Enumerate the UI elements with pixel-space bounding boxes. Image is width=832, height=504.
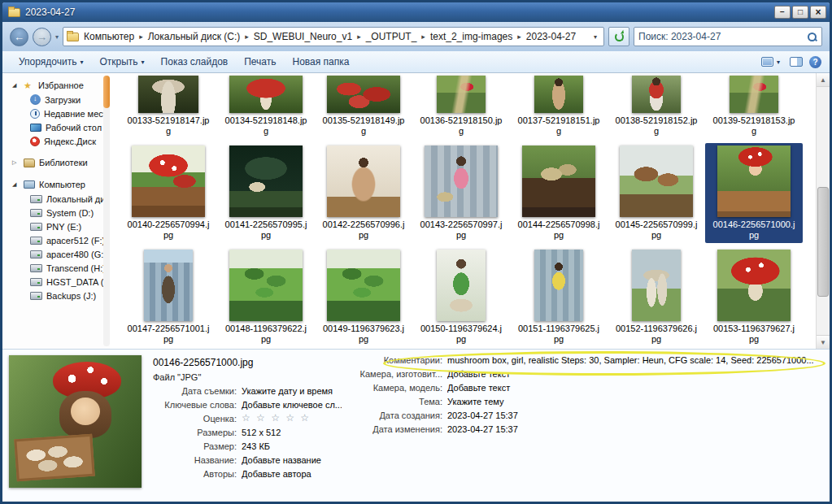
preview-mushroom-box [14,434,94,482]
sidebar-section-libraries[interactable]: Библиотеки [2,155,110,170]
file-thumbnail [229,76,303,113]
help-button[interactable] [809,56,821,68]
sidebar-item-local-disk-c[interactable]: Локальный ди [2,192,110,206]
sidebar-item-downloads[interactable]: Загрузки [2,93,110,106]
breadcrumb-item[interactable]: 2023-04-27 [521,31,581,42]
detail-value[interactable]: Укажите дату и время [242,386,342,396]
sidebar-section-favorites[interactable]: Избранное [2,78,110,93]
sidebar-item-apacer512-f[interactable]: apacer512 (F:) [2,233,110,247]
search-icon[interactable] [807,32,817,42]
file-item[interactable]: 00147-2256571001.jpg [120,247,217,347]
file-item[interactable]: 00141-2256570995.jpg [217,143,315,243]
sidebar-item-desktop[interactable]: Рабочий стол [2,120,110,134]
detail-value[interactable]: Добавьте автора [242,469,342,479]
file-name: 00153-1196379627.jpg [711,324,797,345]
file-item[interactable]: 00149-1196379623.jpg [315,247,412,347]
sidebar-scrollbar-thumb[interactable] [103,76,110,108]
file-item-selected[interactable]: 00146-2256571000.jpg [705,143,803,243]
file-item[interactable]: 00151-1196379625.jpg [510,247,608,347]
file-item[interactable]: 00135-521918149.jpg [315,73,412,139]
sidebar-item-recent-places[interactable]: Недавние мест [2,106,110,120]
new-folder-button[interactable]: Новая папка [285,52,358,72]
detail-value[interactable]: Добавьте название [242,455,342,465]
open-button[interactable]: Открыть [91,52,152,72]
file-item[interactable]: 00150-1196379624.jpg [412,247,510,347]
close-button[interactable] [810,6,826,19]
sidebar-item-transcend-h[interactable]: Transcend (H:) [2,261,110,275]
file-thumbnail [327,146,400,217]
maximize-button[interactable] [792,6,808,19]
breadcrumb-item[interactable]: Локальный диск (C:) [143,31,246,42]
breadcrumb-item[interactable]: SD_WEBUI_Neuro_v1 [249,31,357,42]
sidebar-item-system-d[interactable]: System (D:) [2,206,110,219]
sidebar-item-backups-j[interactable]: Backups (J:) [2,289,110,302]
scrollbar-thumb[interactable] [817,187,829,297]
libraries-icon [24,159,35,167]
clock-icon [30,109,40,119]
file-item[interactable]: 00140-2256570994.jpg [120,143,217,243]
expander-icon[interactable] [12,181,20,188]
file-item[interactable]: 00137-521918151.jpg [510,73,608,139]
forward-button[interactable]: → [33,28,51,46]
expander-icon[interactable] [12,82,20,89]
detail-label: Авторы: [153,469,237,479]
file-item[interactable]: 00133-521918147.jpg [120,73,217,139]
drive-icon [30,264,42,272]
vertical-scrollbar[interactable] [816,73,830,349]
refresh-button[interactable] [608,27,629,46]
file-thumbnail [229,146,303,217]
file-item[interactable]: 00134-521918148.jpg [217,73,315,139]
sidebar-label: Рабочий стол [46,123,102,133]
file-item[interactable]: 00148-1196379622.jpg [217,247,315,347]
drive-icon [30,195,42,203]
detail-label: Ключевые слова: [153,400,237,410]
sidebar-section-computer[interactable]: Компьютер [2,177,110,192]
breadcrumb-item[interactable]: _OUTPUT_ [361,31,422,42]
expander-icon[interactable] [12,159,20,166]
print-button[interactable]: Печать [236,52,284,72]
sidebar-scrollbar[interactable] [103,76,110,346]
drive-icon [30,223,42,231]
downloads-icon [30,94,41,105]
sidebar-item-yandex-disk[interactable]: Яндекс.Диск [2,134,110,148]
breadcrumb[interactable]: Компьютер Локальный диск (C:) SD_WEBUI_N… [63,27,604,46]
detail-value[interactable]: Добавьте ключевое сл... [242,400,342,410]
favorites-star-icon [24,80,34,91]
scroll-down-icon[interactable] [817,335,830,349]
rating-stars[interactable]: ☆ ☆ ☆ ☆ ☆ [242,414,342,424]
file-item[interactable]: 00153-1196379627.jpg [705,247,803,347]
detail-value[interactable]: Добавьте текст [447,383,830,393]
detail-value[interactable]: Добавьте текст [447,369,830,379]
slideshow-button[interactable]: Показ слайдов [153,52,237,72]
file-thumbnail [437,250,486,321]
back-button[interactable]: ← [10,28,28,46]
sidebar-item-hgst-data-i[interactable]: HGST_DATA (I: [2,275,110,289]
sidebar-label: System (D:) [46,208,94,218]
file-item[interactable]: 00136-521918150.jpg [412,73,510,139]
file-item[interactable]: 00145-2256570999.jpg [608,143,705,243]
preview-pane-button[interactable] [790,57,803,67]
minimize-button[interactable] [774,6,791,19]
views-button[interactable] [758,52,783,72]
search-input[interactable] [638,31,807,42]
comments-value[interactable]: mushroom box, girl, realistic Steps: 30,… [447,355,830,365]
file-item[interactable]: 00144-2256570998.jpg [510,143,608,243]
detail-value[interactable]: Укажите тему [447,397,830,406]
sidebar-label: Локальный ди [46,194,105,204]
title-bar[interactable]: 2023-04-27 [2,2,830,22]
sidebar-item-apacer480-g[interactable]: apacer480 (G:) [2,247,110,261]
file-item[interactable]: 00142-2256570996.jpg [315,143,412,243]
history-dropdown-icon[interactable] [55,33,59,41]
file-item[interactable]: 00152-1196379626.jpg [608,247,705,347]
open-label: Открыть [99,56,137,67]
file-item[interactable]: 00139-521918153.jpg [705,73,803,139]
breadcrumb-dropdown-icon[interactable] [590,33,600,41]
organize-button[interactable]: Упорядочить [11,52,91,72]
scroll-up-icon[interactable] [817,73,830,87]
breadcrumb-item[interactable]: text_2_img-images [425,31,517,42]
breadcrumb-item[interactable]: Компьютер [79,31,139,42]
file-item[interactable]: 00138-521918152.jpg [608,73,705,139]
search-box[interactable] [634,27,822,46]
file-item[interactable]: 00143-2256570997.jpg [412,143,510,243]
sidebar-item-pny-e[interactable]: PNY (E:) [2,219,110,233]
